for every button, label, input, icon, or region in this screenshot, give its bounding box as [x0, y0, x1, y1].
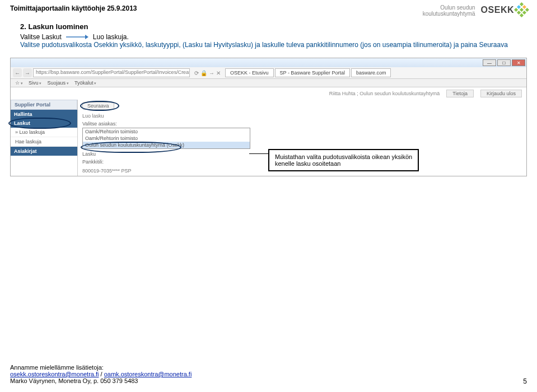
brand-logo: OSEKK: [481, 4, 527, 15]
arrow-icon: [66, 34, 88, 40]
footer-email2[interactable]: oamk.ostoreskontra@monetra.fi: [104, 371, 192, 377]
intro-right: Luo laskuja.: [93, 33, 129, 41]
callout-line2: kenelle lasku osoitetaan: [275, 160, 412, 167]
page-number: 5: [523, 377, 527, 385]
brand-line2: koulutuskuntayhtymä: [423, 11, 475, 17]
select-option[interactable]: Oamk/Rehtorin toimisto: [83, 128, 250, 135]
toolbar-item[interactable]: Suojaus: [47, 80, 68, 86]
toolbar-item[interactable]: Työkalut: [74, 80, 96, 86]
browser-window: — □ ✕ ← → https://bsp.basware.com/Suppli…: [10, 58, 527, 176]
toolbar-item[interactable]: ☆: [15, 80, 23, 86]
browser-tabs: OSEKK - Etusivu SP - Basware Supplier Po…: [225, 68, 524, 77]
annotation-oval: [8, 118, 71, 129]
sidebar: Supplier Portal Hallinta Laskut » Luo la…: [11, 100, 78, 176]
window-close-button[interactable]: ✕: [512, 59, 525, 66]
stop-icon[interactable]: ✕: [216, 70, 221, 76]
footer-info-label: Annamme mielellämme lisätietoja:: [10, 364, 527, 371]
select-label: Valitse asiakas:: [82, 121, 522, 127]
go-icon[interactable]: →: [209, 70, 214, 76]
brand-subtitle: Oulun seudun koulutuskuntayhtymä: [423, 4, 475, 17]
address-icons: ⟳ 🔒 → ✕: [194, 70, 221, 76]
sidebar-item-create[interactable]: » Luo laskuja: [11, 128, 77, 137]
brand-dots-icon: [514, 2, 529, 17]
footer-separator: /: [99, 371, 104, 377]
window-maximize-button[interactable]: □: [497, 59, 511, 66]
document-title: Toimittajaportaalin käyttöohje 25.9.2013: [10, 4, 137, 12]
brand-block: Oulun seudun koulutuskuntayhtymä OSEKK: [423, 4, 527, 17]
portal-content: Riitta Huhta ; Oulun seudun koulutuskunt…: [11, 87, 526, 176]
sidebar-item-label: Luo laskuja: [20, 129, 45, 135]
annotation-oval: [81, 142, 181, 153]
footer-contact: Marko Väyrynen, Monetra Oy, p. 050 379 5…: [10, 377, 527, 384]
portal-topbar: Riitta Huhta ; Oulun seudun koulutuskunt…: [11, 87, 526, 100]
back-icon[interactable]: ←: [13, 68, 22, 77]
browser-toolbar: ☆ Sivu Suojaus Työkalut: [11, 79, 526, 87]
sidebar-section-asiakirjat[interactable]: Asiakirjat: [11, 147, 77, 156]
browser-tab[interactable]: OSEKK - Etusivu: [225, 68, 274, 77]
sidebar-item-search[interactable]: Hae laskuja: [11, 137, 77, 147]
annotation-oval: [80, 101, 119, 111]
svg-marker-1: [85, 35, 88, 39]
browser-tab[interactable]: basware.com: [351, 68, 391, 77]
sidebar-section-laskut[interactable]: Laskut: [11, 119, 77, 128]
select-option[interactable]: Oamk/Rehtorin toimisto: [83, 135, 250, 142]
portal-link-info[interactable]: Tietoja: [446, 90, 474, 97]
breadcrumb: Luo lasku: [82, 113, 522, 119]
address-bar-row: ← → https://bsp.basware.com/SupplierPort…: [11, 67, 526, 79]
portal-link-logout[interactable]: Kirjaudu ulos: [480, 90, 522, 97]
browser-tab[interactable]: SP - Basware Supplier Portal: [275, 68, 350, 77]
toolbar-item[interactable]: Sivu: [29, 80, 41, 86]
forward-icon[interactable]: →: [23, 68, 32, 77]
callout-line1: Muistathan valita pudotusvalikoista oike…: [275, 153, 412, 160]
section-heading: 2. Laskun luominen: [20, 22, 517, 31]
footer-email1[interactable]: osekk.ostoreskontra@monetra.fi: [10, 371, 99, 377]
customer-select[interactable]: Oamk/Rehtorin toimisto Oamk/Rehtorin toi…: [82, 128, 250, 149]
reload-icon[interactable]: ⟳: [194, 70, 199, 76]
user-meta: Riitta Huhta ; Oulun seudun koulutuskunt…: [329, 91, 440, 96]
window-minimize-button[interactable]: —: [483, 59, 496, 66]
intro-left: Valitse Laskut: [20, 33, 62, 41]
brand-line1: Oulun seudun: [423, 4, 475, 11]
sidebar-title: Supplier Portal: [11, 100, 77, 110]
brand-logo-text: OSEKK: [481, 5, 514, 15]
footer: Annamme mielellämme lisätietoja: osekk.o…: [10, 364, 527, 384]
lock-icon: 🔒: [200, 70, 207, 76]
portal-main: Seuraava Luo lasku Valitse asiakas: Oamk…: [78, 100, 526, 176]
callout-note: Muistathan valita pudotusvalikoista oike…: [268, 149, 419, 171]
address-bar[interactable]: https://bsp.basware.com/SupplierPortal/S…: [33, 68, 190, 77]
window-titlebar: — □ ✕: [11, 58, 526, 67]
intro-detail: Valitse pudotusvalikosta Osekkin yksikkö…: [20, 41, 517, 49]
